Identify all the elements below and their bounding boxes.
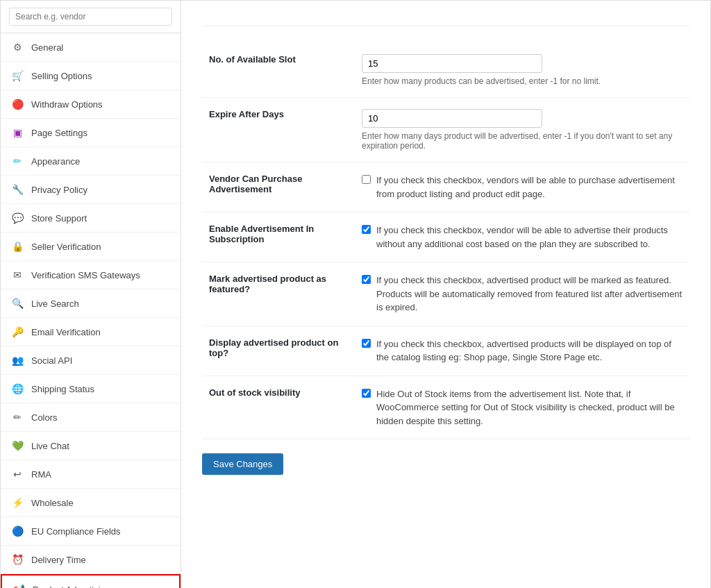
checkbox-label-display-on-top: If you check this checkbox, advertised p…	[376, 337, 683, 364]
sidebar-item-general[interactable]: ⚙General	[1, 33, 181, 62]
field-content-mark-featured: If you check this checkbox, advertised p…	[355, 262, 689, 326]
sidebar-item-live-chat[interactable]: 💚Live Chat	[1, 432, 181, 460]
sidebar-search-container	[1, 1, 181, 33]
sidebar-item-shipping-status[interactable]: 🌐Shipping Status	[1, 375, 181, 403]
field-content-expire-after-days: Enter how many days product will be adve…	[355, 98, 689, 162]
field-row-available-slot: No. of Available SlotEnter how many prod…	[202, 43, 689, 98]
checkbox-mark-featured[interactable]	[362, 275, 371, 284]
checkbox-enable-advertisement[interactable]	[362, 225, 371, 234]
sidebar-item-social-api[interactable]: 👥Social API	[1, 346, 181, 375]
field-row-mark-featured: Mark advertised product as featured?If y…	[202, 262, 689, 326]
eu-compliance-icon: 🔵	[10, 524, 24, 538]
field-label-available-slot: No. of Available Slot	[202, 43, 355, 98]
sidebar-label-wholesale: Wholesale	[31, 498, 74, 508]
checkbox-row-mark-featured: If you check this checkbox, advertised p…	[362, 274, 683, 314]
sidebar-item-withdraw-options[interactable]: 🔴Withdraw Options	[1, 90, 181, 119]
checkbox-row-vendor-purchase: If you check this checkbox, vendors will…	[362, 174, 683, 201]
general-icon: ⚙	[10, 40, 24, 54]
checkbox-label-out-of-stock: Hide Out of Stock items from the adverti…	[376, 387, 683, 428]
field-label-enable-advertisement: Enable Advertisement In Subscription	[202, 212, 355, 262]
checkbox-row-display-on-top: If you check this checkbox, advertised p…	[362, 337, 683, 364]
page-settings-icon: ▣	[10, 126, 24, 140]
sidebar-label-colors: Colors	[31, 412, 58, 423]
selling-options-icon: 🛒	[10, 69, 24, 83]
appearance-icon: ✏	[10, 154, 24, 168]
sidebar-label-selling-options: Selling Options	[31, 71, 92, 81]
field-content-vendor-purchase: If you check this checkbox, vendors will…	[355, 162, 689, 212]
sidebar-label-page-settings: Page Settings	[31, 128, 87, 138]
sidebar-item-wholesale[interactable]: ⚡Wholesale	[1, 489, 181, 517]
page-title	[202, 17, 689, 26]
sidebar: ⚙General🛒Selling Options🔴Withdraw Option…	[1, 1, 181, 588]
search-input[interactable]	[9, 8, 172, 26]
field-row-out-of-stock: Out of stock visibilityHide Out of Stock…	[202, 376, 689, 439]
sidebar-item-seller-verification[interactable]: 🔒Seller Verification	[1, 233, 181, 261]
privacy-policy-icon: 🔧	[10, 183, 24, 196]
withdraw-options-icon: 🔴	[10, 97, 24, 111]
input-available-slot[interactable]	[362, 54, 542, 73]
email-verification-icon: 🔑	[10, 325, 24, 339]
sidebar-label-eu-compliance: EU Compliance Fields	[31, 526, 121, 537]
sidebar-item-page-settings[interactable]: ▣Page Settings	[1, 119, 181, 147]
live-chat-icon: 💚	[10, 439, 24, 453]
field-row-vendor-purchase: Vendor Can Purchase AdvertisementIf you …	[202, 162, 689, 212]
checkbox-label-mark-featured: If you check this checkbox, advertised p…	[376, 274, 683, 314]
sidebar-item-email-verification[interactable]: 🔑Email Verification	[1, 318, 181, 346]
field-content-out-of-stock: Hide Out of Stock items from the adverti…	[355, 376, 689, 439]
checkbox-vendor-purchase[interactable]	[362, 175, 371, 184]
field-label-out-of-stock: Out of stock visibility	[202, 376, 355, 439]
save-button[interactable]: Save Changes	[202, 453, 283, 475]
sidebar-label-email-verification: Email Verification	[31, 327, 101, 337]
sidebar-label-shipping-status: Shipping Status	[31, 384, 94, 394]
checkbox-row-enable-advertisement: If you check this checkbox, vendor will …	[362, 224, 683, 251]
field-desc-available-slot: Enter how many products can be advertise…	[362, 76, 683, 86]
rma-icon: ↩	[10, 467, 24, 481]
field-content-display-on-top: If you check this checkbox, advertised p…	[355, 326, 689, 376]
delivery-time-icon: ⏰	[10, 553, 24, 566]
sidebar-item-product-advertising[interactable]: 📢Product Advertising	[1, 574, 181, 588]
sidebar-label-rma: RMA	[31, 469, 51, 480]
sidebar-label-seller-verification: Seller Verification	[31, 242, 101, 252]
field-label-expire-after-days: Expire After Days	[202, 98, 355, 162]
checkbox-label-vendor-purchase: If you check this checkbox, vendors will…	[376, 174, 683, 201]
sidebar-item-verification-sms[interactable]: ✉Verification SMS Gateways	[1, 261, 181, 289]
sidebar-item-colors[interactable]: ✏Colors	[1, 403, 181, 432]
checkbox-label-enable-advertisement: If you check this checkbox, vendor will …	[376, 224, 683, 251]
store-support-icon: 💬	[10, 211, 24, 225]
input-expire-after-days[interactable]	[362, 109, 542, 128]
sidebar-item-live-search[interactable]: 🔍Live Search	[1, 289, 181, 318]
sidebar-item-selling-options[interactable]: 🛒Selling Options	[1, 62, 181, 90]
sidebar-item-appearance[interactable]: ✏Appearance	[1, 147, 181, 176]
field-content-enable-advertisement: If you check this checkbox, vendor will …	[355, 212, 689, 262]
sidebar-label-appearance: Appearance	[31, 156, 80, 167]
sidebar-label-product-advertising: Product Advertising	[33, 585, 110, 589]
field-label-display-on-top: Display advertised product on top?	[202, 326, 355, 376]
live-search-icon: 🔍	[10, 296, 24, 310]
sidebar-item-delivery-time[interactable]: ⏰Delivery Time	[1, 546, 181, 574]
sidebar-item-store-support[interactable]: 💬Store Support	[1, 204, 181, 233]
colors-icon: ✏	[10, 410, 24, 424]
checkbox-out-of-stock[interactable]	[362, 389, 371, 398]
sidebar-item-eu-compliance[interactable]: 🔵EU Compliance Fields	[1, 517, 181, 546]
sidebar-item-privacy-policy[interactable]: 🔧Privacy Policy	[1, 176, 181, 204]
checkbox-display-on-top[interactable]	[362, 339, 371, 348]
sidebar-label-store-support: Store Support	[31, 213, 87, 224]
product-advertising-icon: 📢	[12, 582, 26, 588]
field-row-display-on-top: Display advertised product on top?If you…	[202, 326, 689, 376]
main-content: No. of Available SlotEnter how many prod…	[181, 1, 710, 588]
settings-table: No. of Available SlotEnter how many prod…	[202, 43, 689, 439]
sidebar-label-privacy-policy: Privacy Policy	[31, 185, 87, 195]
sidebar-label-live-search: Live Search	[31, 299, 79, 309]
sidebar-item-rma[interactable]: ↩RMA	[1, 460, 181, 489]
field-label-mark-featured: Mark advertised product as featured?	[202, 262, 355, 326]
sidebar-label-general: General	[31, 42, 63, 53]
social-api-icon: 👥	[10, 353, 24, 367]
sidebar-label-withdraw-options: Withdraw Options	[31, 99, 103, 110]
verification-sms-icon: ✉	[10, 268, 24, 282]
checkbox-row-out-of-stock: Hide Out of Stock items from the adverti…	[362, 387, 683, 428]
field-label-vendor-purchase: Vendor Can Purchase Advertisement	[202, 162, 355, 212]
field-row-expire-after-days: Expire After DaysEnter how many days pro…	[202, 98, 689, 162]
field-content-available-slot: Enter how many products can be advertise…	[355, 43, 689, 98]
sidebar-label-verification-sms: Verification SMS Gateways	[31, 270, 140, 280]
field-row-enable-advertisement: Enable Advertisement In SubscriptionIf y…	[202, 212, 689, 262]
